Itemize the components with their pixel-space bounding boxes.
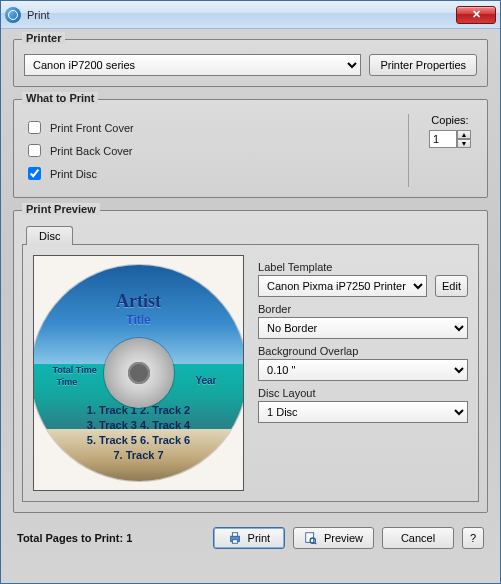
preview-side-panel: Label Template Canon Pixma iP7250 Printe…: [258, 255, 468, 491]
label-template-label: Label Template: [258, 261, 468, 273]
copies-spinner[interactable]: ▲ ▼: [429, 130, 471, 148]
printer-legend: Printer: [22, 32, 65, 44]
overlap-select[interactable]: 0.10 ": [258, 359, 468, 381]
copies-input[interactable]: [429, 130, 457, 148]
border-label: Border: [258, 303, 468, 315]
disc-preview-pane: Artist Title Total Time Time Year 1. Tra…: [33, 255, 244, 491]
svg-rect-2: [232, 540, 237, 544]
cancel-button[interactable]: Cancel: [382, 527, 454, 549]
total-pages-label: Total Pages to Print: 1: [17, 532, 205, 544]
tracks-row-2: 3. Track 3 4. Track 4: [33, 418, 244, 433]
tracks-row-4: 7. Track 7: [33, 448, 244, 463]
disc-time-label: Time: [57, 377, 78, 387]
help-button[interactable]: ?: [462, 527, 484, 549]
print-button[interactable]: Print: [213, 527, 285, 549]
close-button[interactable]: ✕: [456, 6, 496, 24]
dialog-body: Printer Canon iP7200 series Printer Prop…: [1, 29, 500, 557]
overlap-label: Background Overlap: [258, 345, 468, 357]
print-disc-row[interactable]: Print Disc: [24, 164, 408, 183]
preview-legend: Print Preview: [22, 203, 100, 215]
print-back-cover-row[interactable]: Print Back Cover: [24, 141, 408, 160]
tab-disc[interactable]: Disc: [26, 226, 73, 245]
label-template-select[interactable]: Canon Pixma iP7250 Printer: [258, 275, 427, 297]
window-title: Print: [27, 9, 50, 21]
layout-select[interactable]: 1 Disc: [258, 401, 468, 423]
print-dialog: Print ✕ Printer Canon iP7200 series Prin…: [0, 0, 501, 584]
what-to-print-group: What to Print Print Front Cover Print Ba…: [13, 99, 488, 198]
disc-total-time-label: Total Time: [53, 365, 97, 375]
tracks-row-3: 5. Track 5 6. Track 6: [33, 433, 244, 448]
magnifier-icon: [304, 531, 318, 545]
preview-body: Artist Title Total Time Time Year 1. Tra…: [22, 244, 479, 502]
print-button-label: Print: [248, 532, 271, 544]
print-front-cover-checkbox[interactable]: [28, 121, 41, 134]
svg-line-5: [314, 542, 316, 544]
app-icon: [5, 7, 21, 23]
print-preview-group: Print Preview Disc Artist Title Total Ti…: [13, 210, 488, 513]
preview-button-label: Preview: [324, 532, 363, 544]
svg-rect-1: [232, 533, 237, 537]
disc-title: Title: [33, 313, 244, 327]
close-icon: ✕: [472, 8, 481, 21]
printer-icon: [228, 531, 242, 545]
copies-up-button[interactable]: ▲: [457, 130, 471, 139]
print-disc-label: Print Disc: [50, 168, 97, 180]
print-back-cover-label: Print Back Cover: [50, 145, 133, 157]
printer-properties-button[interactable]: Printer Properties: [369, 54, 477, 76]
preview-button[interactable]: Preview: [293, 527, 374, 549]
edit-template-button[interactable]: Edit: [435, 275, 468, 297]
layout-label: Disc Layout: [258, 387, 468, 399]
disc-image: Artist Title Total Time Time Year 1. Tra…: [33, 265, 244, 481]
copies-label: Copies:: [429, 114, 471, 126]
printer-group: Printer Canon iP7200 series Printer Prop…: [13, 39, 488, 87]
disc-artist: Artist: [33, 291, 244, 312]
disc-hub: [104, 338, 174, 408]
print-disc-checkbox[interactable]: [28, 167, 41, 180]
what-legend: What to Print: [22, 92, 98, 104]
copies-down-button[interactable]: ▼: [457, 139, 471, 148]
border-select[interactable]: No Border: [258, 317, 468, 339]
titlebar: Print ✕: [1, 1, 500, 29]
print-front-cover-label: Print Front Cover: [50, 122, 134, 134]
disc-year-label: Year: [195, 375, 216, 386]
disc-tracks: 1. Track 1 2. Track 2 3. Track 3 4. Trac…: [33, 403, 244, 463]
dialog-footer: Total Pages to Print: 1 Print Preview Ca…: [13, 525, 488, 549]
printer-select[interactable]: Canon iP7200 series: [24, 54, 361, 76]
print-back-cover-checkbox[interactable]: [28, 144, 41, 157]
print-front-cover-row[interactable]: Print Front Cover: [24, 118, 408, 137]
